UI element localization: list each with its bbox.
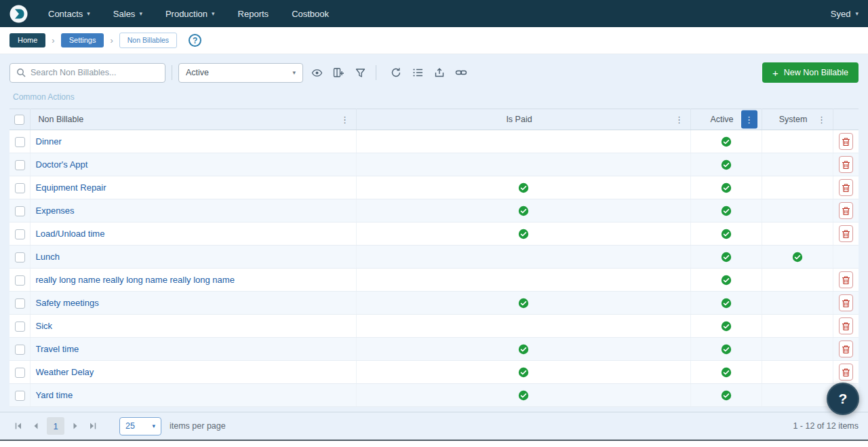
nav-item-contacts[interactable]: Contacts▾ bbox=[48, 9, 90, 19]
help-fab-button[interactable]: ? bbox=[827, 383, 859, 415]
check-circle-icon bbox=[518, 367, 529, 378]
chevron-down-icon: ▾ bbox=[855, 11, 859, 17]
breadcrumb-home[interactable]: Home bbox=[9, 33, 45, 47]
row-checkbox[interactable] bbox=[15, 275, 25, 286]
row-name-link[interactable]: Equipment Repair bbox=[36, 182, 351, 193]
delete-button[interactable] bbox=[839, 364, 854, 381]
link-button[interactable] bbox=[452, 63, 471, 82]
trash-icon bbox=[842, 345, 850, 354]
row-name-link[interactable]: Weather Delay bbox=[36, 367, 351, 377]
row-name-link[interactable]: Expenses bbox=[36, 206, 351, 216]
check-circle-icon bbox=[518, 298, 529, 309]
user-menu[interactable]: Syed▾ bbox=[831, 9, 859, 19]
nav-item-sales[interactable]: Sales▾ bbox=[113, 9, 142, 19]
check-circle-icon bbox=[518, 182, 529, 193]
eye-icon bbox=[311, 67, 323, 79]
active-column-menu-icon[interactable]: ⋮ bbox=[741, 111, 757, 129]
table-body: Dinner Doctor's Appt Equipment Repair Ex… bbox=[9, 130, 859, 407]
delete-button[interactable] bbox=[839, 202, 854, 219]
nav-item-production[interactable]: Production▾ bbox=[165, 9, 215, 19]
nav-item-label: Sales bbox=[113, 9, 136, 19]
row-name-link[interactable]: Doctor's Appt bbox=[36, 159, 351, 170]
refresh-button[interactable] bbox=[387, 63, 406, 82]
delete-button[interactable] bbox=[839, 294, 854, 311]
row-name-link[interactable]: Load/Unload time bbox=[36, 229, 351, 239]
delete-button[interactable] bbox=[839, 317, 854, 334]
row-checkbox[interactable] bbox=[15, 252, 25, 263]
active-check-icon bbox=[721, 136, 732, 147]
row-checkbox[interactable] bbox=[15, 391, 25, 401]
breadcrumb-settings[interactable]: Settings bbox=[61, 33, 104, 47]
window-bottom-fill bbox=[0, 441, 868, 447]
status-filter-select[interactable]: Active ▾ bbox=[178, 63, 303, 83]
row-name-link[interactable]: Travel time bbox=[36, 344, 351, 354]
row-checkbox[interactable] bbox=[15, 160, 25, 170]
first-page-button[interactable] bbox=[9, 417, 27, 435]
page-size-select[interactable]: 25 ▾ bbox=[119, 417, 161, 435]
row-name-link[interactable]: Yard time bbox=[36, 390, 351, 400]
column-menu-icon[interactable]: ⋮ bbox=[338, 111, 352, 128]
column-menu-icon[interactable]: ⋮ bbox=[815, 111, 829, 128]
row-name-link[interactable]: Lunch bbox=[36, 252, 351, 262]
column-header-is-paid[interactable]: Is Paid bbox=[506, 115, 532, 124]
delete-button[interactable] bbox=[839, 133, 854, 150]
row-name-link[interactable]: Dinner bbox=[36, 136, 351, 147]
nav-item-reports[interactable]: Reports bbox=[238, 9, 269, 19]
row-name-link[interactable]: really long name really long name really… bbox=[36, 275, 351, 285]
breadcrumb-separator-icon: › bbox=[52, 35, 54, 45]
row-checkbox[interactable] bbox=[15, 322, 25, 332]
page-size-value: 25 bbox=[125, 421, 135, 431]
row-checkbox[interactable] bbox=[15, 345, 25, 355]
row-name-link[interactable]: Sick bbox=[36, 321, 351, 331]
row-name-link[interactable]: Safety meetings bbox=[36, 298, 351, 308]
row-checkbox[interactable] bbox=[15, 368, 25, 378]
previous-page-button[interactable] bbox=[27, 417, 45, 435]
list-view-button[interactable] bbox=[408, 63, 427, 82]
common-actions-link[interactable]: Common Actions bbox=[0, 88, 84, 109]
check-circle-icon bbox=[518, 206, 529, 216]
help-icon[interactable]: ? bbox=[189, 34, 201, 47]
search-icon bbox=[16, 68, 26, 77]
row-checkbox[interactable] bbox=[15, 183, 25, 193]
breadcrumb-separator-icon: › bbox=[110, 35, 113, 45]
last-page-button[interactable] bbox=[84, 417, 102, 435]
row-checkbox[interactable] bbox=[15, 229, 25, 239]
search-input[interactable] bbox=[31, 68, 159, 77]
column-header-system[interactable]: System bbox=[779, 115, 808, 124]
new-non-billable-button[interactable]: + New Non Billable bbox=[762, 62, 859, 83]
row-checkbox[interactable] bbox=[15, 137, 25, 147]
column-header-non-billable[interactable]: Non Billable bbox=[39, 115, 84, 124]
is-paid-check-icon bbox=[518, 229, 529, 239]
add-column-button[interactable] bbox=[329, 63, 348, 82]
row-checkbox[interactable] bbox=[15, 298, 25, 309]
filter-button[interactable] bbox=[351, 63, 370, 82]
visibility-button[interactable] bbox=[307, 63, 326, 82]
check-circle-icon bbox=[721, 390, 732, 401]
check-circle-icon bbox=[721, 182, 732, 193]
delete-button[interactable] bbox=[839, 179, 854, 196]
breadcrumb: Home › Settings › Non Billables ? bbox=[0, 27, 868, 54]
export-button[interactable] bbox=[430, 63, 449, 82]
next-page-button[interactable] bbox=[66, 417, 84, 435]
table-row: Weather Delay bbox=[9, 361, 859, 384]
column-header-active[interactable]: Active bbox=[710, 115, 733, 124]
table-row: really long name really long name really… bbox=[9, 269, 859, 292]
row-checkbox[interactable] bbox=[15, 206, 25, 216]
app-logo[interactable] bbox=[9, 5, 28, 23]
refresh-icon bbox=[391, 67, 401, 78]
delete-button[interactable] bbox=[839, 156, 854, 173]
active-check-icon bbox=[721, 229, 732, 239]
breadcrumb-current[interactable]: Non Billables bbox=[119, 33, 177, 48]
nav-item-label: Costbook bbox=[292, 9, 329, 19]
delete-button[interactable] bbox=[839, 271, 854, 288]
previous-page-icon bbox=[32, 422, 40, 430]
page-number-button[interactable]: 1 bbox=[47, 417, 64, 435]
delete-button[interactable] bbox=[839, 341, 854, 357]
nav-item-costbook[interactable]: Costbook bbox=[292, 9, 329, 19]
select-all-checkbox[interactable] bbox=[14, 115, 24, 125]
check-circle-icon bbox=[792, 252, 803, 263]
check-circle-icon bbox=[721, 136, 732, 147]
column-menu-icon[interactable]: ⋮ bbox=[673, 111, 686, 128]
plus-icon: + bbox=[772, 68, 778, 78]
delete-button[interactable] bbox=[839, 225, 854, 242]
